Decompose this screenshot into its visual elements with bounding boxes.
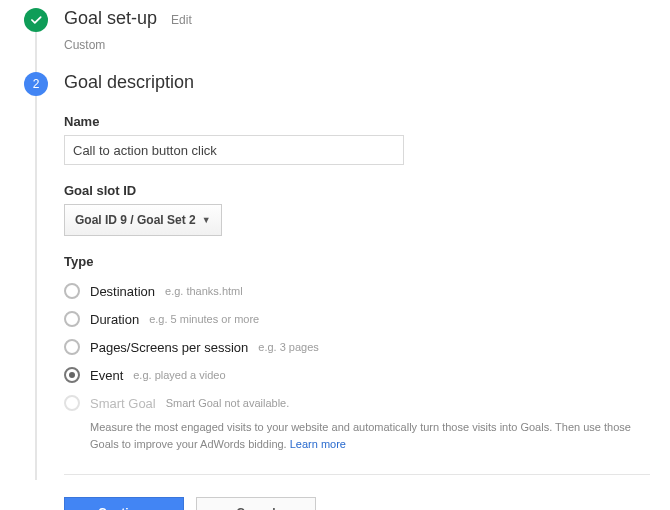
type-radio-group: Destination e.g. thanks.html Duration e.… <box>64 277 650 452</box>
radio-label: Pages/Screens per session <box>90 340 248 355</box>
step-setup-header: Goal set-up Edit <box>24 8 650 32</box>
radio-hint: e.g. 5 minutes or more <box>149 313 259 325</box>
goal-description-form: Name Goal slot ID Goal ID 9 / Goal Set 2… <box>64 114 650 452</box>
name-label: Name <box>64 114 650 129</box>
step2-number-badge: 2 <box>24 72 48 96</box>
type-duration[interactable]: Duration e.g. 5 minutes or more <box>64 305 650 333</box>
radio-hint: e.g. 3 pages <box>258 341 319 353</box>
continue-button[interactable]: Continue <box>64 497 184 510</box>
goal-name-input[interactable] <box>64 135 404 165</box>
type-destination[interactable]: Destination e.g. thanks.html <box>64 277 650 305</box>
radio-icon <box>64 395 80 411</box>
cancel-button[interactable]: Cancel <box>196 497 316 510</box>
radio-hint: e.g. played a video <box>133 369 225 381</box>
radio-icon <box>64 339 80 355</box>
radio-label: Destination <box>90 284 155 299</box>
radio-label: Smart Goal <box>90 396 156 411</box>
step1-title: Goal set-up <box>64 8 157 29</box>
radio-icon <box>64 283 80 299</box>
type-smart-goal: Smart Goal Smart Goal not available. <box>64 389 650 417</box>
action-row: Continue Cancel <box>64 474 650 510</box>
radio-icon <box>64 311 80 327</box>
type-label: Type <box>64 254 650 269</box>
check-icon <box>24 8 48 32</box>
type-event[interactable]: Event e.g. played a video <box>64 361 650 389</box>
edit-link[interactable]: Edit <box>171 13 192 27</box>
caret-down-icon: ▼ <box>202 215 211 225</box>
step1-subtitle: Custom <box>64 38 650 52</box>
smart-goal-description: Measure the most engaged visits to your … <box>90 419 650 452</box>
learn-more-link[interactable]: Learn more <box>290 438 346 450</box>
step2-title: Goal description <box>64 72 194 93</box>
radio-icon <box>64 367 80 383</box>
goal-slot-dropdown[interactable]: Goal ID 9 / Goal Set 2 ▼ <box>64 204 222 236</box>
radio-label: Event <box>90 368 123 383</box>
goal-slot-value: Goal ID 9 / Goal Set 2 <box>75 213 196 227</box>
slot-label: Goal slot ID <box>64 183 650 198</box>
radio-hint: Smart Goal not available. <box>166 397 290 409</box>
type-pages[interactable]: Pages/Screens per session e.g. 3 pages <box>64 333 650 361</box>
radio-label: Duration <box>90 312 139 327</box>
radio-hint: e.g. thanks.html <box>165 285 243 297</box>
step-description-header: 2 Goal description <box>24 72 650 96</box>
